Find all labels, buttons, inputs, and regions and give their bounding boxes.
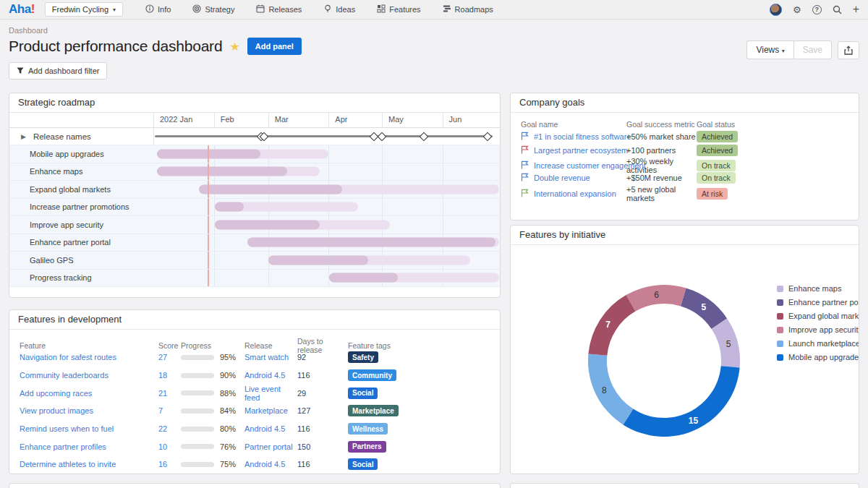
gantt-bar-progress[interactable] — [329, 273, 397, 283]
releases-icon — [256, 4, 265, 14]
gantt-bar-progress[interactable] — [199, 184, 342, 194]
goal-metric: +100 partners — [626, 146, 697, 155]
gantt-rows: Mobile app upgradesEnhance mapsExpand gl… — [9, 145, 500, 287]
nav-item-roadmaps[interactable]: Roadmaps — [432, 4, 504, 14]
gantt-month-label: Jun — [443, 113, 500, 127]
score-link[interactable]: 27 — [158, 353, 181, 361]
add-dashboard-filter-button[interactable]: Add dashboard filter — [9, 62, 107, 80]
feature-link[interactable]: Remind users when to fuel — [20, 424, 158, 433]
panel-title: Features in development — [9, 310, 500, 330]
nav-item-strategy[interactable]: Strategy — [182, 4, 245, 14]
gantt-row-label: Enhance maps — [9, 163, 154, 181]
nav-item-info[interactable]: Info — [135, 4, 182, 14]
gantt-row-track — [154, 216, 500, 234]
goal-name-link[interactable]: Largest partner ecosystem — [534, 146, 628, 155]
gantt-bar-progress[interactable] — [157, 167, 288, 176]
share-button[interactable] — [838, 41, 859, 59]
legend-item-mobile-app-upgrades[interactable]: Mobile app upgrades — [777, 353, 859, 361]
feature-link[interactable]: Navigation for safest routes — [20, 353, 158, 361]
progress-cell: 76% — [181, 442, 244, 451]
goal-name-link[interactable]: #1 in social fitness software — [534, 132, 631, 141]
feature-row: Navigation for safest routes2795%Smart w… — [9, 348, 500, 367]
progress-track — [181, 408, 214, 414]
feature-link[interactable]: Determine athletes to invite — [20, 460, 158, 468]
gantt-gridline — [443, 163, 443, 181]
score-link[interactable]: 7 — [158, 406, 181, 415]
gantt-gridline — [214, 270, 215, 287]
gantt-bar-progress[interactable] — [215, 220, 320, 229]
save-button[interactable]: Save — [793, 40, 832, 59]
feature-link[interactable]: Enhance partner profiles — [20, 442, 158, 451]
gantt-row-track — [154, 199, 500, 217]
release-link[interactable]: Android 4.5 — [244, 424, 297, 433]
score-link[interactable]: 22 — [158, 424, 181, 433]
roadmaps-icon — [443, 4, 451, 14]
feature-link[interactable]: Add upcoming races — [20, 389, 158, 398]
gear-icon[interactable]: ⚙ — [793, 5, 801, 14]
nav-item-releases[interactable]: Releases — [245, 4, 312, 14]
feature-link[interactable]: View product images — [20, 406, 158, 415]
legend-item-improve-app-security[interactable]: Improve app security — [777, 325, 859, 334]
gantt-gridline — [382, 163, 383, 181]
donut-slice-mobile-app-upgrades[interactable] — [623, 366, 739, 437]
favorite-star-icon[interactable]: ★ — [229, 40, 239, 53]
help-icon[interactable]: ? — [812, 5, 822, 14]
status-badge: Achieved — [697, 145, 738, 156]
release-link[interactable]: Live event feed — [244, 385, 297, 402]
slice-value-label: 8 — [602, 385, 607, 395]
legend-label: Improve app security — [788, 325, 859, 334]
workspace-selector[interactable]: Fredwin Cycling ▾ — [45, 2, 123, 17]
gantt-month-label: May — [382, 113, 443, 127]
release-link[interactable]: Android 4.5 — [244, 460, 297, 468]
flag-icon — [521, 189, 529, 199]
gantt-bar-progress[interactable] — [268, 255, 369, 265]
feature-link[interactable]: Community leaderboards — [20, 371, 158, 380]
release-names-toggle[interactable]: ▶ Release names — [9, 128, 154, 145]
milestone-diamond-icon[interactable] — [420, 132, 429, 141]
score-link[interactable]: 16 — [158, 460, 181, 468]
release-link[interactable]: Partner portal — [244, 442, 297, 451]
gantt-gridline — [500, 270, 501, 287]
legend-item-enhance-maps[interactable]: Enhance maps — [777, 284, 859, 293]
feature-tag-badge: Safety — [348, 351, 378, 363]
release-link[interactable]: Android 4.5 — [244, 371, 297, 380]
views-button[interactable]: Views ▾ — [746, 40, 793, 59]
nav-item-label: Ideas — [336, 5, 355, 14]
gantt-group-row: ▶ Release names — [9, 128, 500, 145]
legend-item-expand-global-markets[interactable]: Expand global markets — [777, 312, 859, 320]
release-link[interactable]: Smart watch — [244, 353, 297, 361]
legend-label: Expand global markets — [788, 312, 859, 320]
goal-name-link[interactable]: Double revenue — [534, 174, 590, 182]
gantt-row-track — [154, 270, 500, 288]
gantt-bar-progress[interactable] — [247, 238, 495, 247]
breadcrumb[interactable]: Dashboard — [9, 26, 48, 35]
add-panel-button[interactable]: Add panel — [247, 38, 302, 55]
goal-name-link[interactable]: International expansion — [534, 189, 616, 198]
gantt-bar-progress[interactable] — [215, 202, 244, 212]
avatar[interactable] — [770, 4, 782, 16]
add-icon[interactable]: + — [853, 4, 859, 15]
legend-swatch — [777, 327, 783, 333]
search-icon[interactable] — [833, 5, 842, 14]
legend-item-launch-marketplace[interactable]: Launch marketplace — [777, 339, 859, 348]
legend-item-enhance-partner-portal[interactable]: Enhance partner portal — [777, 298, 859, 307]
gantt-row: Enhance partner portal — [9, 234, 500, 252]
gantt-row-track — [154, 234, 500, 252]
score-link[interactable]: 21 — [158, 389, 181, 398]
score-link[interactable]: 10 — [158, 442, 181, 451]
donut-slice-launch-marketplace[interactable] — [588, 354, 633, 425]
gantt-gridline — [443, 216, 443, 234]
milestone-diamond-icon[interactable] — [483, 132, 493, 141]
feature-tags-cell: Partners — [348, 441, 500, 453]
donut-slice-expand-global-markets[interactable] — [588, 295, 635, 356]
release-link[interactable]: Marketplace — [244, 406, 297, 415]
nav-item-ideas[interactable]: Ideas — [312, 4, 366, 14]
aha-logo[interactable]: Aha! — [9, 2, 35, 17]
nav-item-features[interactable]: Features — [366, 4, 431, 14]
score-link[interactable]: 18 — [158, 371, 181, 380]
gantt-gridline — [214, 234, 215, 252]
goal-row: International expansion+5 new global mar… — [511, 185, 859, 199]
gantt-gridline — [500, 199, 501, 216]
gantt-month-label: Feb — [214, 113, 268, 127]
milestone-diamond-icon[interactable] — [377, 132, 386, 141]
